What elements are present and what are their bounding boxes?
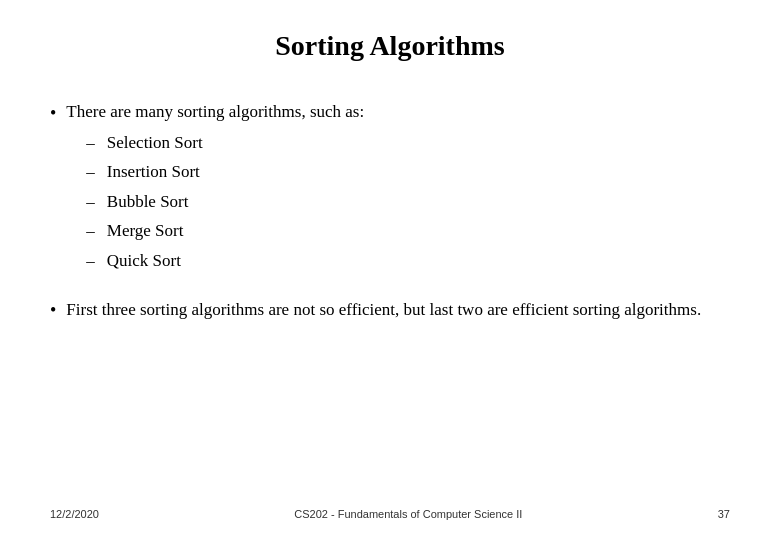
dash-1: –: [86, 130, 95, 156]
dash-3: –: [86, 189, 95, 215]
sub-item-1-text: Selection Sort: [107, 130, 203, 156]
bullet-1-text: There are many sorting algorithms, such …: [66, 102, 364, 121]
footer-course: CS202 - Fundamentals of Computer Science…: [99, 508, 718, 520]
dash-4: –: [86, 218, 95, 244]
slide-title: Sorting Algorithms: [50, 30, 730, 70]
bullet-1-dot: •: [50, 101, 56, 126]
bullet-2-dot: •: [50, 298, 56, 323]
sub-item-4: – Merge Sort: [66, 218, 364, 244]
slide-content: • There are many sorting algorithms, suc…: [50, 100, 730, 498]
bullet-1: • There are many sorting algorithms, suc…: [50, 100, 730, 273]
bullet-1-content: There are many sorting algorithms, such …: [66, 100, 364, 273]
sub-item-4-text: Merge Sort: [107, 218, 184, 244]
sub-item-1: – Selection Sort: [66, 130, 364, 156]
bullet-2: • First three sorting algorithms are not…: [50, 297, 730, 323]
sub-item-3: – Bubble Sort: [66, 189, 364, 215]
bullet-2-text: First three sorting algorithms are not s…: [66, 297, 701, 323]
slide: Sorting Algorithms • There are many sort…: [0, 0, 780, 540]
dash-2: –: [86, 159, 95, 185]
sub-item-2-text: Insertion Sort: [107, 159, 200, 185]
sub-item-3-text: Bubble Sort: [107, 189, 189, 215]
footer: 12/2/2020 CS202 - Fundamentals of Comput…: [50, 498, 730, 520]
footer-page: 37: [718, 508, 730, 520]
sub-item-5-text: Quick Sort: [107, 248, 181, 274]
dash-5: –: [86, 248, 95, 274]
footer-date: 12/2/2020: [50, 508, 99, 520]
sub-item-2: – Insertion Sort: [66, 159, 364, 185]
sub-list: – Selection Sort – Insertion Sort – Bubb…: [66, 130, 364, 274]
sub-item-5: – Quick Sort: [66, 248, 364, 274]
